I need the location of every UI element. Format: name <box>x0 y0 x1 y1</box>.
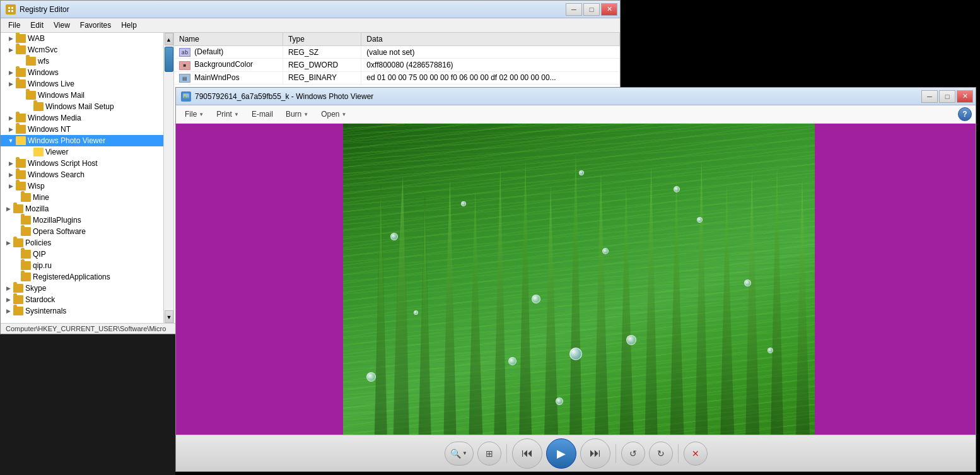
droplet-center <box>569 348 582 360</box>
play-btn[interactable]: ▶ <box>546 438 576 469</box>
expander-wab[interactable]: ▶ <box>6 33 16 44</box>
folder-icon-opera-software <box>21 227 31 236</box>
photo-close-btn[interactable]: ✕ <box>957 90 973 103</box>
expander-policies[interactable]: ▶ <box>3 238 13 248</box>
tree-item-windows-nt[interactable]: ▶ Windows NT <box>1 124 173 135</box>
tree-item-wfs[interactable]: wfs <box>1 56 173 67</box>
expander-mozilla-plugins <box>11 215 21 225</box>
grass-svg <box>343 124 815 435</box>
photo-menu-burn[interactable]: Burn ▼ <box>281 108 313 120</box>
registry-close-btn[interactable]: ✕ <box>601 3 617 16</box>
table-row[interactable]: ab (Default) REG_SZ (value not set) <box>174 46 620 59</box>
folder-icon-windows-photo-viewer <box>16 136 26 145</box>
photo-maximize-btn[interactable]: □ <box>939 90 955 103</box>
menu-view[interactable]: View <box>49 20 75 31</box>
rotate-right-btn[interactable]: ↻ <box>649 442 673 466</box>
titlebar-left: Registry Editor <box>6 4 69 15</box>
folder-icon-qip-ru <box>21 261 31 270</box>
photo-menu-email[interactable]: E-mail <box>247 108 278 120</box>
rotate-left-btn[interactable]: ↺ <box>621 442 645 466</box>
menu-help[interactable]: Help <box>116 20 142 31</box>
menu-edit[interactable]: Edit <box>25 20 49 31</box>
droplet-11 <box>579 170 584 175</box>
registry-titlebar: Registry Editor ─ □ ✕ <box>1 1 620 18</box>
expander-windows-nt[interactable]: ▶ <box>6 124 16 134</box>
svg-rect-0 <box>8 7 10 9</box>
folder-icon-windows-script-host <box>16 159 26 168</box>
photo-grass-center <box>343 124 815 435</box>
expander-opera-software <box>11 226 21 237</box>
registry-maximize-btn[interactable]: □ <box>583 3 600 16</box>
separator-1 <box>506 444 507 463</box>
tree-item-windows[interactable]: ▶ Windows <box>1 67 173 78</box>
expander-windows[interactable]: ▶ <box>6 67 16 78</box>
photo-window-controls: ─ □ ✕ <box>921 90 973 103</box>
registry-tree-panel[interactable]: ▲ ▼ ▶ WAB ▶ WcmSvc wfs <box>1 33 174 323</box>
tree-item-qip[interactable]: QIP <box>1 249 173 260</box>
expander-windows-search[interactable]: ▶ <box>6 170 16 180</box>
next-btn[interactable]: ⏭ <box>580 438 610 469</box>
registry-table: Name Type Data ab (Default) REG_SZ (valu… <box>174 33 620 85</box>
droplet-5 <box>626 335 636 345</box>
expander-wisp[interactable]: ▶ <box>6 181 16 191</box>
photo-toolbar: 🔍 ▼ ⊞ ⏮ ▶ ⏭ ↺ ↻ ✕ <box>176 435 976 471</box>
folder-icon-wisp <box>16 182 26 191</box>
tree-item-windows-script-host[interactable]: ▶ Windows Script Host <box>1 158 173 169</box>
tree-item-qip-ru[interactable]: qip.ru <box>1 260 173 271</box>
menu-favorites[interactable]: Favorites <box>75 20 116 31</box>
photo-minimize-btn[interactable]: ─ <box>921 90 938 103</box>
tree-item-registered-apps[interactable]: RegisteredApplications <box>1 271 173 283</box>
folder-icon-viewer <box>33 148 44 156</box>
tree-item-mozilla-plugins[interactable]: MozillaPlugins <box>1 214 173 226</box>
tree-item-windows-live[interactable]: ▶ Windows Live <box>1 78 173 90</box>
tree-item-windows-mail[interactable]: Windows Mail <box>1 90 173 101</box>
expander-windows-script-host[interactable]: ▶ <box>6 158 16 168</box>
expander-stardock[interactable]: ▶ <box>3 295 13 305</box>
photo-menu-file[interactable]: File ▼ <box>180 108 209 120</box>
tree-item-opera-software[interactable]: Opera Software <box>1 226 173 237</box>
expander-windows-media[interactable]: ▶ <box>6 113 16 123</box>
photo-help-btn[interactable]: ? <box>958 107 972 121</box>
registry-minimize-btn[interactable]: ─ <box>566 3 582 16</box>
zoom-btn[interactable]: 🔍 ▼ <box>445 442 474 466</box>
menu-file[interactable]: File <box>3 20 25 31</box>
photo-menu-open[interactable]: Open ▼ <box>316 108 351 120</box>
droplet-1 <box>390 233 398 240</box>
expander-windows-mail <box>16 90 26 100</box>
table-row[interactable]: ▤ MainWndPos REG_BINARY ed 01 00 00 75 0… <box>174 71 620 85</box>
expander-windows-live[interactable]: ▶ <box>6 79 16 89</box>
tree-item-wab[interactable]: ▶ WAB <box>1 33 173 44</box>
tree-item-wcmsvc[interactable]: ▶ WcmSvc <box>1 44 173 56</box>
tree-item-mine[interactable]: Mine <box>1 192 173 203</box>
folder-icon-windows-live <box>16 79 26 88</box>
expander-wcmsvc[interactable]: ▶ <box>6 45 16 55</box>
prev-btn[interactable]: ⏮ <box>512 438 542 469</box>
tree-item-windows-search[interactable]: ▶ Windows Search <box>1 169 173 180</box>
expander-viewer <box>23 147 33 157</box>
expander-mozilla[interactable]: ▶ <box>3 204 13 214</box>
tree-item-windows-mail-setup[interactable]: Windows Mail Setup <box>1 101 173 112</box>
tree-item-wisp[interactable]: ▶ Wisp <box>1 180 173 192</box>
folder-icon-windows-media <box>16 114 26 122</box>
tree-item-policies[interactable]: ▶ Policies <box>1 237 173 249</box>
tree-item-mozilla[interactable]: ▶ Mozilla <box>1 203 173 214</box>
expander-skype[interactable]: ▶ <box>3 283 13 293</box>
expander-mine <box>11 192 21 202</box>
expander-sysinternals[interactable]: ▶ <box>3 306 13 316</box>
delete-btn[interactable]: ✕ <box>684 442 708 466</box>
expander-windows-photo-viewer[interactable]: ▼ <box>6 136 16 146</box>
photo-menu-print[interactable]: Print ▼ <box>211 108 244 120</box>
chevron-open: ▼ <box>342 112 347 117</box>
table-row[interactable]: ■ BackgroundColor REG_DWORD 0xff800080 (… <box>174 59 620 72</box>
registry-app-icon <box>6 4 16 15</box>
tree-item-skype[interactable]: ▶ Skype <box>1 283 173 294</box>
fit-btn[interactable]: ⊞ <box>477 442 501 466</box>
tree-item-windows-photo-viewer[interactable]: ▼ Windows Photo Viewer <box>1 135 173 146</box>
tree-item-stardock[interactable]: ▶ Stardock <box>1 294 173 305</box>
registry-window-controls: ─ □ ✕ <box>566 3 617 16</box>
tree-item-viewer[interactable]: Viewer <box>1 146 173 158</box>
folder-icon-wcmsvc <box>16 45 26 54</box>
tree-item-sysinternals[interactable]: ▶ Sysinternals <box>1 305 173 317</box>
tree-item-windows-media[interactable]: ▶ Windows Media <box>1 112 173 124</box>
expander-qip-ru <box>11 261 21 271</box>
